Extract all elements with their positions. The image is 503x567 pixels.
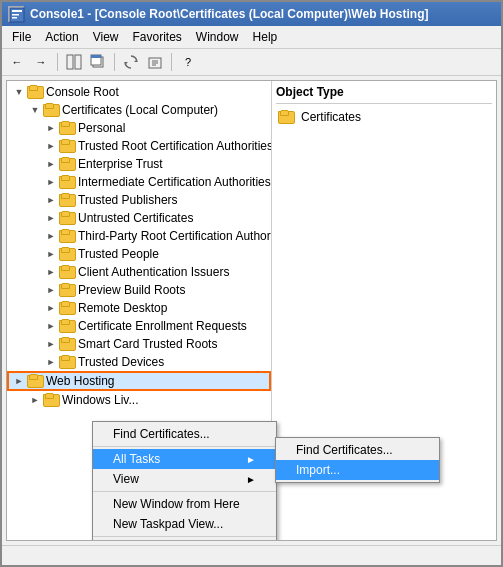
tree-item-trusted-devices[interactable]: ► Trusted Devices xyxy=(7,353,271,371)
refresh-button[interactable] xyxy=(120,51,142,73)
menu-favorites[interactable]: Favorites xyxy=(127,28,188,46)
title-bar: Console1 - [Console Root\Certificates (L… xyxy=(2,2,501,26)
expand-client-auth[interactable]: ► xyxy=(43,264,59,280)
all-tasks-arrow-icon: ► xyxy=(246,454,256,465)
tree-item-cert-enrollment[interactable]: ► Certificate Enrollment Requests xyxy=(7,317,271,335)
expand-cert-enrollment[interactable]: ► xyxy=(43,318,59,334)
expand-trusted-publishers[interactable]: ► xyxy=(43,192,59,208)
tree-item-smart-card[interactable]: ► Smart Card Trusted Roots xyxy=(7,335,271,353)
label-trusted-devices: Trusted Devices xyxy=(78,354,164,370)
folder-icon-web-hosting xyxy=(27,374,43,388)
expand-trusted-devices[interactable]: ► xyxy=(43,354,59,370)
tree-item-trusted-root[interactable]: ► Trusted Root Certification Authorities xyxy=(7,137,271,155)
context-menu-all-tasks[interactable]: All Tasks ► xyxy=(93,449,276,469)
expand-smart-card[interactable]: ► xyxy=(43,336,59,352)
label-trusted-root: Trusted Root Certification Authorities xyxy=(78,138,272,154)
svg-marker-9 xyxy=(134,59,137,62)
svg-rect-5 xyxy=(75,55,81,69)
tree-item-third-party[interactable]: ► Third-Party Root Certification Authori… xyxy=(7,227,271,245)
expand-windows-liv[interactable]: ► xyxy=(27,392,43,408)
main-window: Console1 - [Console Root\Certificates (L… xyxy=(0,0,503,567)
right-panel-header: Object Type xyxy=(276,85,492,104)
menu-help[interactable]: Help xyxy=(247,28,284,46)
toolbar-separator-3 xyxy=(171,53,172,71)
view-arrow-icon: ► xyxy=(246,474,256,485)
label-preview-build: Preview Build Roots xyxy=(78,282,185,298)
context-menu-separator-2 xyxy=(93,491,276,492)
label-trusted-publishers: Trusted Publishers xyxy=(78,192,178,208)
context-menu-refresh[interactable]: Refresh xyxy=(93,539,276,541)
tree-item-certificates-local[interactable]: ▼ Certificates (Local Computer) xyxy=(7,101,271,119)
expand-preview-build[interactable]: ► xyxy=(43,282,59,298)
label-web-hosting: Web Hosting xyxy=(46,373,114,389)
context-menu-new-window[interactable]: New Window from Here xyxy=(93,494,276,514)
folder-icon-smart-card xyxy=(59,337,75,351)
view-label: View xyxy=(113,472,139,486)
expand-untrusted[interactable]: ► xyxy=(43,210,59,226)
new-window-button[interactable] xyxy=(87,51,109,73)
tree-item-windows-liv[interactable]: ► Windows Liv... xyxy=(7,391,271,409)
context-menu-new-taskpad[interactable]: New Taskpad View... xyxy=(93,514,276,534)
context-menu-separator-3 xyxy=(93,536,276,537)
forward-button[interactable]: → xyxy=(30,51,52,73)
expand-trusted-root[interactable]: ► xyxy=(43,138,59,154)
expand-console-root[interactable]: ▼ xyxy=(11,84,27,100)
folder-icon-preview-build xyxy=(59,283,75,297)
tree-item-trusted-publishers[interactable]: ► Trusted Publishers xyxy=(7,191,271,209)
folder-icon-console-root xyxy=(27,85,43,99)
expand-personal[interactable]: ► xyxy=(43,120,59,136)
menu-window[interactable]: Window xyxy=(190,28,245,46)
tree-item-console-root[interactable]: ▼ Console Root xyxy=(7,83,271,101)
folder-icon-remote-desktop xyxy=(59,301,75,315)
tree-item-remote-desktop[interactable]: ► Remote Desktop xyxy=(7,299,271,317)
tree-item-personal[interactable]: ► Personal xyxy=(7,119,271,137)
all-tasks-label: All Tasks xyxy=(113,452,160,466)
window-title: Console1 - [Console Root\Certificates (L… xyxy=(30,7,428,21)
context-menu-view[interactable]: View ► xyxy=(93,469,276,489)
label-cert-enrollment: Certificate Enrollment Requests xyxy=(78,318,247,334)
menu-view[interactable]: View xyxy=(87,28,125,46)
folder-icon-trusted-root xyxy=(59,139,75,153)
context-menu-find-certs[interactable]: Find Certificates... xyxy=(93,424,276,444)
label-third-party: Third-Party Root Certification Authoriti… xyxy=(78,228,272,244)
tree-item-client-auth[interactable]: ► Client Authentication Issuers xyxy=(7,263,271,281)
menu-action[interactable]: Action xyxy=(39,28,84,46)
label-smart-card: Smart Card Trusted Roots xyxy=(78,336,217,352)
toolbar-separator-2 xyxy=(114,53,115,71)
back-button[interactable]: ← xyxy=(6,51,28,73)
expand-intermediate[interactable]: ► xyxy=(43,174,59,190)
label-untrusted: Untrusted Certificates xyxy=(78,210,193,226)
menu-bar: File Action View Favorites Window Help xyxy=(2,26,501,49)
submenu-all-tasks: Find Certificates... Import... xyxy=(275,437,440,483)
label-personal: Personal xyxy=(78,120,125,136)
folder-icon-third-party xyxy=(59,229,75,243)
label-windows-liv: Windows Liv... xyxy=(62,392,138,408)
tree-item-web-hosting[interactable]: ► Web Hosting xyxy=(7,371,271,391)
folder-icon-trusted-people xyxy=(59,247,75,261)
label-enterprise-trust: Enterprise Trust xyxy=(78,156,163,172)
label-intermediate: Intermediate Certification Authorities xyxy=(78,174,271,190)
toolbar-separator-1 xyxy=(57,53,58,71)
tree-item-trusted-people[interactable]: ► Trusted People xyxy=(7,245,271,263)
submenu-find-certs[interactable]: Find Certificates... xyxy=(276,440,439,460)
expand-trusted-people[interactable]: ► xyxy=(43,246,59,262)
menu-file[interactable]: File xyxy=(6,28,37,46)
label-trusted-people: Trusted People xyxy=(78,246,159,262)
tree-item-enterprise-trust[interactable]: ► Enterprise Trust xyxy=(7,155,271,173)
expand-certificates-local[interactable]: ▼ xyxy=(27,102,43,118)
status-bar xyxy=(2,545,501,565)
tree-item-untrusted[interactable]: ► Untrusted Certificates xyxy=(7,209,271,227)
certificates-item-label: Certificates xyxy=(301,110,361,124)
show-scope-button[interactable] xyxy=(63,51,85,73)
export-button[interactable] xyxy=(144,51,166,73)
svg-marker-10 xyxy=(125,62,128,65)
tree-item-intermediate[interactable]: ► Intermediate Certification Authorities xyxy=(7,173,271,191)
help-toolbar-button[interactable]: ? xyxy=(177,51,199,73)
expand-enterprise-trust[interactable]: ► xyxy=(43,156,59,172)
label-console-root: Console Root xyxy=(46,84,119,100)
expand-web-hosting[interactable]: ► xyxy=(11,373,27,389)
submenu-import[interactable]: Import... xyxy=(276,460,439,480)
expand-third-party[interactable]: ► xyxy=(43,228,59,244)
expand-remote-desktop[interactable]: ► xyxy=(43,300,59,316)
tree-item-preview-build[interactable]: ► Preview Build Roots xyxy=(7,281,271,299)
